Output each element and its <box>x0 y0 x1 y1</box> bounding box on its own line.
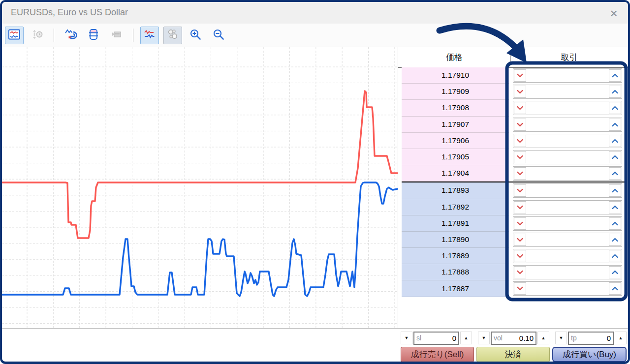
buy-chevron-button[interactable] <box>609 201 621 213</box>
price-cell-ask: 1.17908 <box>402 100 509 116</box>
ask-line <box>2 91 398 238</box>
buy-chevron-button[interactable] <box>609 167 621 180</box>
buy-chevron-button[interactable] <box>609 86 621 98</box>
ladder-row: 1.17906 <box>398 133 628 149</box>
ladder-row: 1.17908 <box>398 100 628 116</box>
trade-cell <box>513 101 622 115</box>
sell-chevron-button[interactable] <box>514 234 526 246</box>
toolbar-button-zoom-in[interactable] <box>187 27 205 44</box>
toolbar <box>2 24 628 47</box>
trade-cell <box>513 150 622 164</box>
tp-label: tp <box>571 334 577 342</box>
price-cell-bid: 1.17893 <box>402 182 509 199</box>
price-cell-bid: 1.17891 <box>402 215 509 232</box>
sl-increment-button[interactable]: ▲ <box>460 332 472 344</box>
sl-spinner: ▼ sl 0 ▲ <box>401 331 472 345</box>
sl-label: sl <box>416 334 421 342</box>
main-area: 価格 取引 1.179101.179091.179081.179071.1790… <box>2 47 628 329</box>
buy-chevron-button[interactable] <box>609 184 621 197</box>
buy-chevron-button[interactable] <box>609 217 621 230</box>
trade-cell <box>513 216 622 231</box>
buy-chevron-button[interactable] <box>609 135 621 147</box>
buy-chevron-button[interactable] <box>609 102 621 114</box>
buy-chevron-button[interactable] <box>609 69 621 82</box>
toolbar-button-zoom-out[interactable] <box>210 27 228 44</box>
sell-chevron-button[interactable] <box>514 201 526 213</box>
ladder-row: 1.17907 <box>398 117 628 133</box>
toolbar-button-tick-chart[interactable] <box>140 27 159 44</box>
order-buttons: 成行売り(Sell) 決済 成行買い(Buy) <box>401 347 627 362</box>
ladder-row: 1.17893 <box>398 182 628 199</box>
price-cell-ask: 1.17904 <box>402 165 509 182</box>
toolbar-button-news[interactable] <box>107 27 126 44</box>
sell-chevron-button[interactable] <box>514 86 526 98</box>
sl-field[interactable]: sl 0 <box>413 332 459 345</box>
sell-chevron-button[interactable] <box>514 184 526 197</box>
tick-chart-icon <box>143 29 156 42</box>
toolbar-button-depth-of-market[interactable] <box>84 27 103 44</box>
spinner-row: ▼ sl 0 ▲ ▼ vol 0.10 ▲ ▼ <box>401 331 627 345</box>
ladder-row: 1.17889 <box>398 248 628 264</box>
ladder-row: 1.17887 <box>398 280 628 297</box>
toolbar-button-bubbles[interactable] <box>163 27 182 44</box>
toolbar-button-bid-ask-chart[interactable] <box>5 27 24 44</box>
price-ladder: 価格 取引 1.179101.179091.179081.179071.1790… <box>398 47 628 328</box>
buy-chevron-button[interactable] <box>609 282 621 295</box>
auto-trade-clock-icon <box>31 29 44 42</box>
trade-cell <box>513 233 622 247</box>
sell-chevron-button[interactable] <box>514 217 526 230</box>
trade-column-header: 取引 <box>510 47 628 67</box>
trade-cell <box>513 166 622 181</box>
sell-chevron-button[interactable] <box>514 135 526 147</box>
ladder-row: 1.17904 <box>398 165 628 182</box>
sell-chevron-button[interactable] <box>514 266 526 278</box>
trade-cell <box>513 85 622 99</box>
toolbar-separator <box>54 29 54 42</box>
sell-chevron-button[interactable] <box>514 119 526 131</box>
buy-chevron-button[interactable] <box>609 266 621 278</box>
sell-chevron-button[interactable] <box>514 250 526 262</box>
trade-cell <box>513 118 622 132</box>
ladder-row: 1.17888 <box>398 264 628 280</box>
price-cell-ask: 1.17905 <box>402 149 509 165</box>
trade-cell <box>513 265 622 279</box>
tick-chart-panel[interactable] <box>2 47 398 328</box>
tp-decrement-button[interactable]: ▼ <box>555 332 567 344</box>
trade-cell <box>513 281 622 296</box>
vol-increment-button[interactable]: ▲ <box>537 332 549 344</box>
market-sell-button[interactable]: 成行売り(Sell) <box>401 347 474 362</box>
vol-label: vol <box>494 334 503 342</box>
bid-ask-chart-icon <box>8 29 21 42</box>
trade-cell <box>513 134 622 148</box>
price-cell-ask: 1.17906 <box>402 133 509 149</box>
toolbar-button-auto-trade[interactable] <box>28 27 47 44</box>
toolbar-button-magnet-trade[interactable] <box>61 27 80 44</box>
buy-chevron-button[interactable] <box>609 250 621 262</box>
sell-chevron-button[interactable] <box>514 102 526 114</box>
tick-chart-svg <box>2 47 398 328</box>
ladder-header: 価格 取引 <box>398 47 628 68</box>
tp-increment-button[interactable]: ▲ <box>615 332 627 344</box>
price-cell-ask: 1.17909 <box>402 84 509 100</box>
sell-chevron-button[interactable] <box>514 282 526 295</box>
sell-chevron-button[interactable] <box>514 167 526 180</box>
buy-chevron-button[interactable] <box>609 119 621 131</box>
sl-value: 0 <box>452 334 456 342</box>
buy-chevron-button[interactable] <box>609 151 621 163</box>
depth-of-market-icon <box>87 28 100 43</box>
sell-chevron-button[interactable] <box>514 151 526 163</box>
vol-spinner: ▼ vol 0.10 ▲ <box>478 331 549 345</box>
close-position-button[interactable]: 決済 <box>476 347 550 362</box>
close-icon[interactable]: × <box>606 5 621 20</box>
vol-decrement-button[interactable]: ▼ <box>478 332 490 344</box>
window-title: EURUSDs, Euro vs US Dollar <box>11 7 128 18</box>
order-controls: ▼ sl 0 ▲ ▼ vol 0.10 ▲ ▼ <box>398 329 628 362</box>
buy-chevron-button[interactable] <box>609 234 621 246</box>
tp-field[interactable]: tp 0 <box>568 332 614 345</box>
vol-field[interactable]: vol 0.10 <box>491 332 536 345</box>
ladder-rows: 1.179101.179091.179081.179071.179061.179… <box>398 67 628 297</box>
sell-chevron-button[interactable] <box>514 69 526 82</box>
market-buy-button[interactable]: 成行買い(Buy) <box>552 347 627 362</box>
order-window: EURUSDs, Euro vs US Dollar × <box>2 2 628 362</box>
sl-decrement-button[interactable]: ▼ <box>401 332 412 344</box>
